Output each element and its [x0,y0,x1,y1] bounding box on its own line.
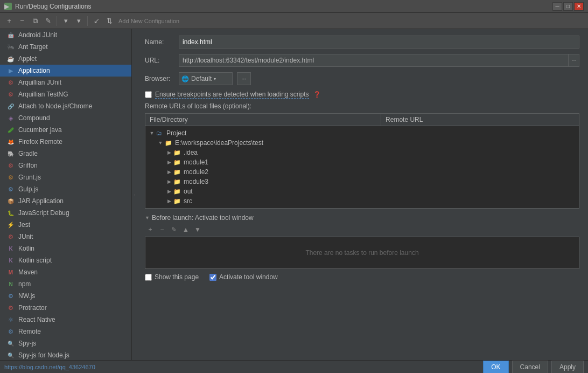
sidebar-item-spyjs[interactable]: 🔍 Spy-js [0,337,131,349]
sidebar-item-arquillian-testng[interactable]: ⚙ Arquillian TestNG [0,88,131,100]
sidebar-item-maven[interactable]: M Maven [0,266,131,278]
tree-node-module2[interactable]: ▶ 📁 module2 [145,167,579,177]
sidebar-item-attach-nodejs[interactable]: 🔗 Attach to Node.js/Chrome [0,100,131,112]
move-in-button[interactable]: ↙ [90,15,102,27]
tree-node-module3[interactable]: ▶ 📁 module3 [145,177,579,186]
apply-button[interactable]: Apply [551,361,584,374]
tree-node-label: module1 [184,158,208,166]
tree-node-project[interactable]: ▼ 🗂 Project [145,128,579,138]
tree-col-remote: Remote URL [381,114,579,126]
sidebar-item-label: Spy-js [18,340,36,347]
url-browse-button[interactable]: ⋯ [569,54,579,67]
gradle-icon: 🐘 [6,149,15,158]
browser-dropdown[interactable]: 🌐 Default ▾ [179,72,233,85]
tree-node-module1[interactable]: ▶ 📁 module1 [145,157,579,167]
sidebar-item-arquillian-junit[interactable]: ⚙ Arquillian JUnit [0,77,131,88]
launch-up-button[interactable]: ▲ [180,225,191,234]
show-page-checkbox[interactable] [145,274,152,281]
remove-config-button[interactable]: − [16,15,28,27]
url-input[interactable] [179,54,569,67]
activate-tool-checkbox[interactable] [209,274,216,281]
sidebar-item-junit[interactable]: ⚙ JUnit [0,231,131,243]
tree-node-workspace[interactable]: ▼ 📁 E:\workspace\ideaProjects\test [145,138,579,148]
cancel-button[interactable]: Cancel [512,361,548,374]
tree-node-idea[interactable]: ▶ 📁 .idea [145,148,579,157]
sidebar-item-label: Compound [18,114,50,122]
close-button[interactable]: ✕ [574,2,584,11]
npm-icon: N [6,280,15,288]
sidebar-item-label: Kotlin [18,245,34,252]
sidebar-item-application[interactable]: ▶ Application [0,65,131,77]
attach-nodejs-icon: 🔗 [6,102,15,110]
sidebar-item-jest[interactable]: ⚡ Jest [0,219,131,231]
expand-icon: ▶ [165,160,173,165]
maximize-button[interactable]: □ [563,2,573,11]
sidebar-item-spyjs-node[interactable]: 🔍 Spy-js for Node.js [0,349,131,360]
status-url-link[interactable]: https://blog.csdn.net/qq_43624670 [4,364,95,370]
sidebar-item-label: JUnit [18,233,33,240]
tree-node-out[interactable]: ▶ 📁 out [145,186,579,196]
kotlin-script-icon: K [6,256,15,265]
sidebar-item-applet[interactable]: ☕ Applet [0,53,131,65]
sidebar-item-jar-application[interactable]: 📦 JAR Application [0,195,131,207]
edit-config-button[interactable]: ✎ [42,15,54,27]
show-page-label: Show this page [155,273,199,281]
sidebar-item-label: Cucumber java [18,126,62,134]
grunt-icon: ⚙ [6,173,15,182]
help-icon: ❓ [313,91,321,98]
sidebar-item-react-native[interactable]: ⚛ React Native [0,314,131,326]
ok-button[interactable]: OK [483,361,508,374]
sidebar-item-firefox-remote[interactable]: 🦊 Firefox Remote [0,136,131,148]
title-bar: ▶ Run/Debug Configurations ─ □ ✕ [0,0,588,13]
folder-icon: 📁 [173,178,182,185]
add-config-button[interactable]: + [3,15,15,27]
sidebar-item-javascript-debug[interactable]: 🐛 JavaScript Debug [0,207,131,219]
sidebar-item-remote[interactable]: ⚙ Remote [0,326,131,337]
sidebar-item-ant-target[interactable]: 🐜 Ant Target [0,41,131,53]
sidebar-item-cucumber-java[interactable]: 🥒 Cucumber java [0,124,131,136]
sort-button[interactable]: ⇅ [103,15,115,27]
tree-node-label: src [184,197,192,205]
copy-config-button[interactable]: ⧉ [29,15,41,27]
tree-col-file: File/Directory [145,114,381,126]
sidebar-item-grunt[interactable]: ⚙ Grunt.js [0,171,131,183]
folder-icon: 📁 [165,140,173,147]
firefox-icon: 🦊 [6,137,15,146]
sidebar-item-label: Application [18,67,50,74]
activate-tool-label: Activate tool window [219,273,278,281]
launch-add-button[interactable]: + [145,225,156,234]
ensure-breakpoints-checkbox[interactable] [145,91,152,98]
maven-icon: M [6,268,15,277]
jar-icon: 📦 [6,197,15,205]
minimize-button[interactable]: ─ [552,2,562,11]
tree-node-src[interactable]: ▶ 📁 src [145,196,579,206]
folder-icon: 📁 [173,198,182,205]
name-input[interactable] [179,36,579,49]
spyjs-icon: 🔍 [6,339,15,348]
sidebar-item-kotlin[interactable]: K Kotlin [0,243,131,254]
app-icon: ▶ [4,3,12,10]
sidebar-item-nwjs[interactable]: ⚙ NW.js [0,290,131,302]
resize-handle[interactable]: · · · [132,29,136,360]
sidebar-item-griffon[interactable]: ⚙ Griffon [0,160,131,171]
sidebar-item-kotlin-script[interactable]: K Kotlin script [0,254,131,266]
sidebar-item-label: Attach to Node.js/Chrome [18,102,92,110]
browser-label: Browser: [145,75,174,82]
sidebar-item-npm[interactable]: N npm [0,278,131,290]
dropdown2-button[interactable]: ▾ [73,15,85,27]
sidebar-item-protractor[interactable]: ⚙ Protractor [0,302,131,314]
before-launch-toggle[interactable]: ▼ [145,215,150,220]
launch-down-button[interactable]: ▼ [192,225,203,234]
browser-more-button[interactable]: ··· [237,72,251,85]
launch-edit-button[interactable]: ✎ [169,225,179,234]
sidebar-item-gradle[interactable]: 🐘 Gradle [0,148,131,160]
nwjs-icon: ⚙ [6,292,15,300]
ensure-breakpoints-link[interactable]: Ensure breakpoints are detected when loa… [155,91,309,99]
sidebar-item-compound[interactable]: ◈ Compound [0,112,131,124]
sidebar-item-android-junit[interactable]: 🤖 Android JUnit [0,29,131,41]
sidebar-item-gulp[interactable]: ⚙ Gulp.js [0,183,131,195]
launch-remove-button[interactable]: − [157,225,167,234]
sidebar-item-label: NW.js [18,292,35,300]
sidebar-item-label: Jest [18,221,30,229]
dropdown1-button[interactable]: ▾ [60,15,72,27]
